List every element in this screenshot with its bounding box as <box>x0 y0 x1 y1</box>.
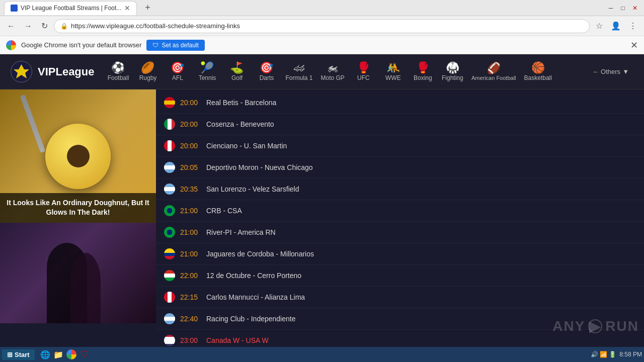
sidebar-item-darts[interactable]: 🎯 Darts <box>253 58 280 85</box>
match-teams: CRB - CSA <box>206 207 636 215</box>
flag-icon <box>164 292 175 303</box>
ad-donut[interactable]: It Looks Like An Ordinary Doughnut, But … <box>0 89 156 223</box>
motogp-label: Moto GP <box>321 74 345 81</box>
basketball-icon: 🏀 <box>531 62 545 73</box>
wwe-label: WWE <box>385 74 401 81</box>
match-time: 21:00 <box>180 228 201 236</box>
window-controls: ─ □ ✕ <box>606 3 640 13</box>
darts-icon: 🎯 <box>260 62 273 73</box>
table-row[interactable]: 21:00 CRB - CSA <box>156 200 644 222</box>
match-teams: River-PI - America RN <box>206 228 636 236</box>
start-icon: ⊞ <box>7 351 13 358</box>
match-time: 22:15 <box>180 293 201 301</box>
match-teams: 12 de Octubre - Cerro Porteno <box>206 272 636 280</box>
golf-label: Golf <box>231 74 243 81</box>
bookmark-button[interactable]: ☆ <box>593 19 606 33</box>
matches-list: 20:00 Real Betis - Barcelona 20:00 Cosen… <box>156 89 644 347</box>
watermark-run: RUN <box>605 318 639 334</box>
sidebar-item-ufc[interactable]: 🥊 UFC <box>350 58 377 85</box>
others-label: ← Others <box>593 68 621 75</box>
start-button[interactable]: ⊞ Start <box>2 349 35 360</box>
menu-button[interactable]: ⋮ <box>626 19 640 33</box>
sidebar-item-golf[interactable]: ⛳ Golf <box>223 58 251 85</box>
logo-icon <box>10 60 33 83</box>
flag-icon <box>164 248 175 259</box>
shield-icon: 🛡 <box>152 42 158 49</box>
sidebar-item-american-football[interactable]: 🏈 American Football <box>468 59 519 85</box>
match-time: 23:00 <box>180 336 201 344</box>
table-row[interactable]: 20:00 Cosenza - Benevento <box>156 114 644 135</box>
taskbar-folder-icon[interactable]: 📁 <box>53 349 64 360</box>
others-dropdown[interactable]: ← Others ▼ <box>588 65 634 78</box>
rugby-icon: 🏉 <box>141 62 154 73</box>
football-label: Football <box>108 74 129 81</box>
site-content: VIPLeague ⚽ Football 🏉 Rugby 🎯 AFL 🎾 Ten… <box>0 54 644 347</box>
afl-label: AFL <box>172 74 183 81</box>
table-row[interactable]: 20:00 Cienciano - U. San Martin <box>156 135 644 157</box>
table-row[interactable]: 20:00 Real Betis - Barcelona <box>156 92 644 114</box>
sidebar-item-boxing[interactable]: 🥊 Boxing <box>409 58 437 85</box>
ufc-label: UFC <box>357 74 370 81</box>
sidebar-item-afl[interactable]: 🎯 AFL <box>164 58 191 85</box>
new-tab-button[interactable]: + <box>141 1 154 15</box>
back-button[interactable]: ← <box>4 20 18 33</box>
boxing-icon: 🥊 <box>416 62 430 73</box>
account-button[interactable]: 👤 <box>608 19 624 33</box>
sidebar-item-tennis[interactable]: 🎾 Tennis <box>193 58 221 85</box>
football-icon: ⚽ <box>111 62 125 73</box>
american-football-label: American Football <box>471 75 516 81</box>
browser-tab[interactable]: VIP League Football Streams | Foot... ✕ <box>4 1 137 15</box>
table-row[interactable]: 21:00 Jaguares de Cordoba - Millonarios <box>156 243 644 265</box>
match-time: 22:00 <box>180 272 201 280</box>
table-row[interactable]: 21:00 River-PI - America RN <box>156 222 644 243</box>
notification-bar: Google Chrome isn't your default browser… <box>0 36 644 54</box>
sidebar-item-rugby[interactable]: 🏉 Rugby <box>134 58 162 85</box>
table-row[interactable]: 22:00 12 de Octubre - Cerro Porteno <box>156 265 644 287</box>
flag-icon <box>164 227 175 238</box>
lock-icon: 🔒 <box>60 23 68 30</box>
flag-icon <box>164 313 175 324</box>
afl-icon: 🎯 <box>171 62 184 73</box>
forward-button[interactable]: → <box>21 20 35 33</box>
tab-close-btn[interactable]: ✕ <box>124 4 130 12</box>
sidebar-item-basketball[interactable]: 🏀 Basketball <box>521 58 555 85</box>
match-teams: Cienciano - U. San Martin <box>206 142 636 150</box>
rugby-label: Rugby <box>139 74 157 81</box>
site-logo[interactable]: VIPLeague <box>10 60 94 83</box>
ad-medieval[interactable] <box>0 223 156 323</box>
match-teams: Jaguares de Cordoba - Millonarios <box>206 250 636 258</box>
sidebar-item-formula1[interactable]: 🏎 Formula 1 <box>282 58 315 85</box>
sidebar-item-football[interactable]: ⚽ Football <box>104 58 132 85</box>
browser-toolbar: ← → ↻ 🔒 ☆ 👤 ⋮ <box>0 16 644 36</box>
flag-icon <box>164 184 175 195</box>
sidebar-item-wwe[interactable]: 🤼 WWE <box>379 58 407 85</box>
address-bar[interactable] <box>71 22 583 30</box>
match-teams: San Lorenzo - Velez Sarsfield <box>206 185 636 193</box>
table-row[interactable]: 22:15 Carlos Mannucci - Alianza Lima <box>156 287 644 308</box>
table-row[interactable]: 20:35 San Lorenzo - Velez Sarsfield <box>156 178 644 200</box>
taskbar-ie-icon[interactable]: 🌐 <box>40 349 51 360</box>
table-row[interactable]: 20:05 Deportivo Moron - Nueva Chicago <box>156 157 644 178</box>
match-time: 20:00 <box>180 142 201 150</box>
sidebar: It Looks Like An Ordinary Doughnut, But … <box>0 89 156 347</box>
refresh-button[interactable]: ↻ <box>38 19 51 33</box>
maximize-button[interactable]: □ <box>618 3 628 13</box>
flag-icon <box>164 335 175 346</box>
flag-icon <box>164 140 175 151</box>
set-default-button[interactable]: 🛡 Set as default <box>146 40 204 51</box>
close-window-button[interactable]: ✕ <box>630 3 640 13</box>
address-bar-container[interactable]: 🔒 <box>54 19 590 33</box>
taskbar-chrome-icon[interactable] <box>66 349 77 360</box>
taskbar-time: 8:58 PM <box>619 351 642 358</box>
sidebar-item-fighting[interactable]: 🥋 Fighting <box>439 58 466 85</box>
match-teams: Cosenza - Benevento <box>206 120 636 128</box>
notification-close-button[interactable]: ✕ <box>630 40 638 51</box>
flag-icon <box>164 205 175 216</box>
taskbar-antivirus-icon[interactable]: 🛡 <box>79 349 90 360</box>
minimize-button[interactable]: ─ <box>606 3 616 13</box>
match-time: 21:00 <box>180 250 201 258</box>
tab-title: VIP League Football Streams | Foot... <box>21 5 121 12</box>
sidebar-item-motogp[interactable]: 🏍 Moto GP <box>318 58 348 85</box>
flag-icon <box>164 119 175 130</box>
golf-icon: ⛳ <box>230 62 244 73</box>
